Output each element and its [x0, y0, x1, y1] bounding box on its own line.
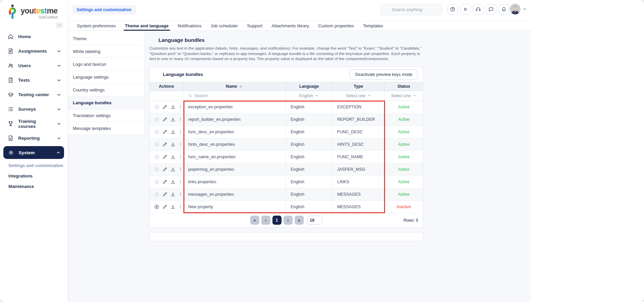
bundle-status-cell-value: Active [398, 155, 410, 159]
play-icon[interactable] [154, 104, 159, 110]
kebab-menu-icon[interactable] [178, 154, 183, 159]
download-icon[interactable] [170, 117, 176, 122]
kebab-menu-icon[interactable] [178, 142, 183, 147]
help-button[interactable] [447, 4, 458, 15]
play-icon[interactable] [154, 142, 159, 147]
sidebar-subitem-settings-and-customization[interactable]: Settings and customization [0, 160, 67, 171]
sidebar-item-assignments[interactable]: Assignments [0, 44, 67, 58]
tab-custom-properties[interactable]: Custom properties [318, 21, 354, 30]
prev-page-button[interactable]: ‹ [261, 216, 270, 225]
edit-pencil-icon[interactable] [162, 179, 168, 185]
user-avatar[interactable] [510, 4, 521, 15]
menu-item-white-labeling[interactable]: White labeling [67, 45, 145, 58]
download-icon[interactable] [170, 129, 176, 135]
play-icon[interactable] [154, 117, 159, 122]
tab-theme-and-language[interactable]: Theme and language [125, 21, 169, 30]
edit-pencil-icon[interactable] [162, 117, 168, 122]
language-bundles-panel: Language bundles Deactivate preview keys… [149, 67, 423, 228]
bundle-status-cell-value: Active [398, 192, 410, 197]
user-menu-chevron-down-icon[interactable] [523, 7, 527, 11]
play-icon[interactable] [154, 167, 159, 172]
edit-pencil-icon[interactable] [162, 129, 168, 135]
edit-pencil-icon[interactable] [162, 104, 168, 110]
play-icon[interactable] [154, 154, 159, 160]
status-filter[interactable]: Select one [385, 91, 423, 101]
bundle-name-cell: links.properties [183, 176, 286, 188]
page-size-select[interactable]: 10 [307, 216, 323, 225]
bundle-language-cell-value: English [291, 180, 304, 184]
global-search-input[interactable] [392, 7, 439, 12]
page-document-button[interactable] [365, 5, 374, 15]
sidebar-item-system[interactable]: System [3, 146, 64, 159]
language-filter[interactable]: English [286, 91, 332, 101]
kebab-menu-icon[interactable] [178, 204, 183, 209]
play-icon[interactable] [154, 192, 159, 197]
menu-item-message-templates[interactable]: Message templates [67, 122, 145, 135]
sidebar-item-users[interactable]: Users [0, 58, 67, 73]
sidebar-subitem-integrations[interactable]: Integrations [0, 171, 67, 181]
download-icon[interactable] [170, 192, 176, 197]
tab-job-scheduler[interactable]: Job scheduler [211, 21, 238, 30]
walkthrough-play-button[interactable] [460, 4, 471, 15]
play-icon[interactable] [154, 204, 159, 210]
bundle-type-cell: EXCEPTION [332, 101, 385, 113]
menu-item-translation-settings[interactable]: Translation settings [67, 109, 145, 122]
sidebar-item-label: System [19, 150, 35, 155]
edit-pencil-icon[interactable] [162, 154, 168, 160]
download-icon[interactable] [170, 154, 176, 160]
play-icon[interactable] [154, 129, 159, 135]
sidebar-item-training-courses[interactable]: Training courses [0, 116, 67, 131]
sidebar-item-label: Users [18, 63, 31, 68]
edit-pencil-icon[interactable] [162, 142, 168, 147]
tab-templates[interactable]: Templates [363, 21, 383, 30]
breadcrumb[interactable]: Settings and customization [72, 5, 136, 15]
next-page-button[interactable]: › [284, 216, 293, 225]
kebab-menu-icon[interactable] [178, 167, 183, 172]
edit-pencil-icon[interactable] [162, 204, 168, 210]
type-filter[interactable]: Select one [332, 91, 385, 101]
sidebar-subitem-maintenance[interactable]: Maintenance [0, 181, 67, 192]
menu-item-logo-and-favicon[interactable]: Logo and favicon [67, 58, 145, 71]
kebab-menu-icon[interactable] [178, 192, 183, 197]
tab-support[interactable]: Support [247, 21, 263, 30]
download-icon[interactable] [170, 204, 176, 210]
page-1-button[interactable]: 1 [272, 216, 282, 225]
notifications-bell-button[interactable] [499, 4, 509, 15]
download-icon[interactable] [170, 104, 176, 110]
sidebar-item-surveys[interactable]: Surveys [0, 102, 67, 116]
surveys-icon [7, 106, 14, 112]
menu-item-country-settings[interactable]: Country settings [67, 84, 145, 97]
tab-attachments-library[interactable]: Attachments library [271, 21, 309, 30]
menu-item-theme[interactable]: Theme [67, 32, 145, 45]
menu-item-language-bundles[interactable]: Language bundles [67, 97, 145, 109]
deactivate-preview-keys-button[interactable]: Deactivate preview keys mode [350, 70, 418, 80]
chevron-down-icon [57, 63, 61, 68]
tab-system-preferences[interactable]: System preferences [77, 21, 116, 30]
download-icon[interactable] [170, 167, 176, 172]
bundle-language-cell: English [286, 151, 332, 163]
play-icon[interactable] [154, 179, 159, 185]
sidebar-item-testing-center[interactable]: Testing center [0, 87, 67, 102]
edit-pencil-icon[interactable] [162, 167, 168, 172]
sidebar-collapse-button[interactable]: « [56, 23, 63, 28]
kebab-menu-icon[interactable] [178, 129, 183, 134]
name-filter-input[interactable] [195, 93, 262, 98]
download-icon[interactable] [170, 179, 176, 185]
menu-item-language-settings[interactable]: Language settings [67, 71, 145, 84]
kebab-menu-icon[interactable] [178, 104, 183, 109]
rows-count: Rows: 9 [404, 218, 418, 223]
sidebar-item-reporting[interactable]: Reporting [0, 131, 67, 145]
sidebar-item-home[interactable]: Home [0, 29, 67, 44]
sort-icon[interactable] [239, 84, 243, 89]
kebab-menu-icon[interactable] [178, 117, 183, 122]
support-headset-button[interactable] [473, 4, 484, 15]
first-page-button[interactable]: « [250, 216, 259, 225]
col-header-label: Status [398, 84, 410, 89]
edit-pencil-icon[interactable] [162, 192, 168, 197]
last-page-button[interactable]: » [295, 216, 304, 225]
kebab-menu-icon[interactable] [178, 179, 183, 184]
tab-notifications[interactable]: Notifications [178, 21, 202, 30]
chat-button[interactable] [486, 4, 496, 15]
sidebar-item-tests[interactable]: Tests [0, 73, 67, 87]
download-icon[interactable] [170, 142, 176, 147]
